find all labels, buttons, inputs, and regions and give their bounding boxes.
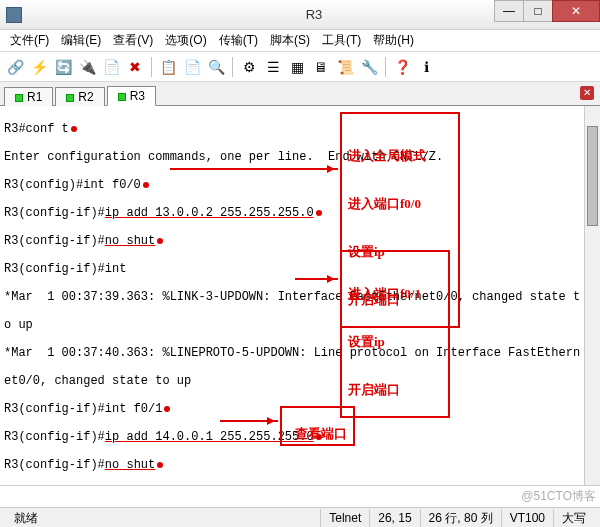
term-line: R3(config)#int f0/0 bbox=[4, 178, 141, 192]
find-icon[interactable]: 🔍 bbox=[205, 56, 227, 78]
tab-status-icon bbox=[118, 93, 126, 101]
highlight-dot bbox=[164, 406, 170, 412]
term-line: et0/0, changed state to up bbox=[4, 374, 596, 388]
tab-bar: R1 R2 R3 ✕ bbox=[0, 82, 600, 106]
status-position: 26, 15 bbox=[370, 509, 420, 527]
help-icon[interactable]: ❓ bbox=[391, 56, 413, 78]
close-button[interactable]: ✕ bbox=[552, 0, 600, 22]
tile-icon[interactable]: ▦ bbox=[286, 56, 308, 78]
tab-status-icon bbox=[66, 94, 74, 102]
watermark: @51CTO博客 bbox=[521, 488, 596, 505]
menu-file[interactable]: 文件(F) bbox=[4, 30, 55, 51]
scroll-thumb[interactable] bbox=[587, 126, 598, 226]
term-line: R3(config-if)#no shut bbox=[4, 458, 596, 472]
annotation-text: 进入端口f0/1 bbox=[348, 286, 442, 302]
status-bar: 就绪 Telnet 26, 15 26 行, 80 列 VT100 大写 bbox=[0, 507, 600, 527]
menu-transfer[interactable]: 传输(T) bbox=[213, 30, 264, 51]
tab-status-icon bbox=[15, 94, 23, 102]
vertical-scrollbar[interactable] bbox=[584, 106, 600, 485]
maximize-button[interactable]: □ bbox=[523, 0, 553, 22]
tab-label: R1 bbox=[27, 90, 42, 104]
status-term-type: VT100 bbox=[502, 509, 554, 527]
annotation-text: 进入端口f0/0 bbox=[348, 196, 452, 212]
term-line: R3#conf t bbox=[4, 122, 69, 136]
annotation-box-port01: 进入端口f0/1 设置ip 开启端口 bbox=[340, 250, 450, 418]
connect-icon[interactable]: 🔗 bbox=[4, 56, 26, 78]
annotation-arrow bbox=[170, 168, 338, 170]
list-icon[interactable]: ☰ bbox=[262, 56, 284, 78]
toolbar-separator bbox=[151, 57, 152, 77]
term-line: R3(config-if)#ip add 13.0.0.2 255.255.25… bbox=[4, 206, 596, 220]
term-line: R3(config-if)#int bbox=[4, 262, 596, 276]
term-line: R3(config-if)#no shut bbox=[4, 234, 596, 248]
about-icon[interactable]: ℹ bbox=[415, 56, 437, 78]
session-icon[interactable]: 🖥 bbox=[310, 56, 332, 78]
annotation-text: 设置ip bbox=[348, 334, 442, 350]
highlighted-command: no shut bbox=[105, 458, 155, 472]
term-line: *Mar 1 00:37:40.363: %LINEPROTO-5-UPDOWN… bbox=[4, 346, 596, 360]
tab-close-icon[interactable]: ✕ bbox=[580, 86, 594, 100]
menu-help[interactable]: 帮助(H) bbox=[367, 30, 420, 51]
cancel-icon[interactable]: ✖ bbox=[124, 56, 146, 78]
tab-r2[interactable]: R2 bbox=[55, 87, 104, 106]
title-bar: R3 — □ ✕ bbox=[0, 0, 600, 30]
minimize-button[interactable]: — bbox=[494, 0, 524, 22]
menu-tools[interactable]: 工具(T) bbox=[316, 30, 367, 51]
options-icon[interactable]: ⚙ bbox=[238, 56, 260, 78]
annotation-arrow bbox=[295, 278, 338, 280]
term-line: R3(config-if)#int f0/1 bbox=[4, 402, 162, 416]
script-icon[interactable]: 📜 bbox=[334, 56, 356, 78]
terminal-output[interactable]: R3#conf t Enter configuration commands, … bbox=[0, 106, 600, 486]
highlight-dot bbox=[157, 238, 163, 244]
tab-r3[interactable]: R3 bbox=[107, 86, 156, 106]
highlight-dot bbox=[143, 182, 149, 188]
menu-bar: 文件(F) 编辑(E) 查看(V) 选项(O) 传输(T) 脚本(S) 工具(T… bbox=[0, 30, 600, 52]
toolbar-separator bbox=[385, 57, 386, 77]
highlight-dot bbox=[157, 462, 163, 468]
term-line: o up bbox=[4, 318, 596, 332]
tab-r1[interactable]: R1 bbox=[4, 87, 53, 106]
annotation-arrow bbox=[220, 420, 278, 422]
annotation-text: 开启端口 bbox=[348, 382, 442, 398]
menu-view[interactable]: 查看(V) bbox=[107, 30, 159, 51]
status-caps: 大写 bbox=[554, 509, 594, 527]
term-line: Enter configuration commands, one per li… bbox=[4, 150, 596, 164]
disconnect-icon[interactable]: 🔌 bbox=[76, 56, 98, 78]
highlighted-command: no shut bbox=[105, 234, 155, 248]
window-controls: — □ ✕ bbox=[495, 0, 600, 22]
annotation-text: 进入全局模式 bbox=[348, 148, 452, 164]
menu-script[interactable]: 脚本(S) bbox=[264, 30, 316, 51]
new-icon[interactable]: 📄 bbox=[100, 56, 122, 78]
highlight-dot bbox=[316, 210, 322, 216]
toolbar-separator bbox=[232, 57, 233, 77]
reconnect-icon[interactable]: 🔄 bbox=[52, 56, 74, 78]
term-line: *Mar 1 00:37:39.363: %LINK-3-UPDOWN: Int… bbox=[4, 290, 596, 304]
status-connection: Telnet bbox=[321, 509, 370, 527]
tools-icon[interactable]: 🔧 bbox=[358, 56, 380, 78]
tab-label: R3 bbox=[130, 89, 145, 103]
tab-label: R2 bbox=[78, 90, 93, 104]
quick-connect-icon[interactable]: ⚡ bbox=[28, 56, 50, 78]
copy-icon[interactable]: 📋 bbox=[157, 56, 179, 78]
highlighted-command: ip add 13.0.0.2 255.255.255.0 bbox=[105, 206, 314, 220]
status-ready: 就绪 bbox=[6, 509, 321, 527]
paste-icon[interactable]: 📄 bbox=[181, 56, 203, 78]
app-icon bbox=[6, 7, 22, 23]
highlight-dot bbox=[71, 126, 77, 132]
menu-options[interactable]: 选项(O) bbox=[159, 30, 212, 51]
annotation-text: 查看端口 bbox=[295, 426, 347, 441]
menu-edit[interactable]: 编辑(E) bbox=[55, 30, 107, 51]
annotation-box-show: 查看端口 bbox=[280, 406, 355, 446]
status-size: 26 行, 80 列 bbox=[421, 509, 502, 527]
toolbar: 🔗 ⚡ 🔄 🔌 📄 ✖ 📋 📄 🔍 ⚙ ☰ ▦ 🖥 📜 🔧 ❓ ℹ bbox=[0, 52, 600, 82]
